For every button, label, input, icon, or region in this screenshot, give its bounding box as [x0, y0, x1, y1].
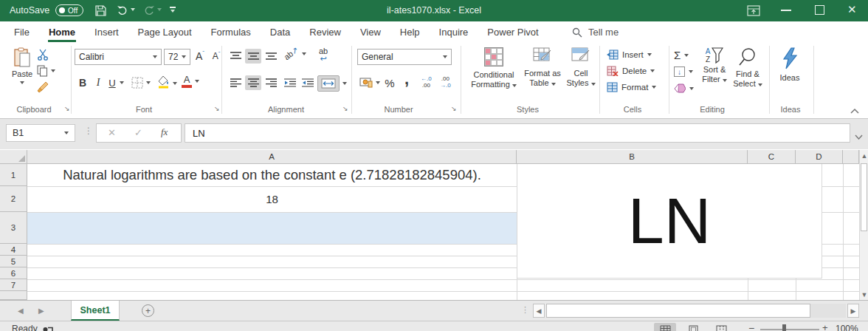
col-header-a[interactable]: A	[27, 150, 517, 164]
tab-help[interactable]: Help	[390, 21, 430, 43]
fill-button[interactable]: ↓	[674, 66, 693, 77]
save-button[interactable]	[94, 4, 107, 20]
cell-a1[interactable]: Natural logarithms are based on the cons…	[27, 164, 517, 186]
hscroll-left-button[interactable]: ◀	[533, 304, 545, 318]
font-color-button[interactable]: A	[182, 75, 199, 88]
view-page-layout-button[interactable]	[682, 323, 704, 331]
number-format-combo[interactable]: General	[357, 49, 452, 65]
row-header-7[interactable]: 7	[0, 279, 27, 291]
orientation-button[interactable]: ab↗	[283, 49, 306, 58]
cell-a3-fill[interactable]	[27, 212, 517, 244]
insert-cells-button[interactable]: Insert	[607, 50, 652, 60]
percent-style-button[interactable]: %	[382, 75, 397, 90]
wrap-text-button[interactable]: ab↩	[319, 47, 328, 62]
underline-button[interactable]: U	[106, 75, 118, 90]
accounting-format-button[interactable]	[359, 77, 380, 89]
comma-style-button[interactable]: ,	[402, 71, 412, 87]
tab-file[interactable]: File	[4, 21, 39, 43]
cell-b1-merged[interactable]: LN	[517, 164, 822, 279]
copy-button[interactable]	[37, 65, 55, 77]
sheet-nav-left-icon[interactable]: ◀	[18, 307, 24, 315]
col-header-c[interactable]: C	[748, 150, 796, 164]
format-cells-button[interactable]: Format	[607, 82, 656, 92]
formula-input[interactable]: LN	[185, 123, 850, 143]
ideas-button[interactable]: Ideas	[774, 47, 806, 83]
tab-formulas[interactable]: Formulas	[202, 21, 261, 43]
expand-formula-bar-button[interactable]	[855, 129, 863, 143]
row-header-3[interactable]: 3	[0, 212, 27, 244]
insert-function-button[interactable]: fx	[161, 126, 168, 138]
tell-me-box[interactable]: Tell me	[572, 21, 619, 43]
font-size-combo[interactable]: 72	[164, 49, 190, 65]
collapse-ribbon-button[interactable]	[850, 103, 859, 117]
decrease-decimal-button[interactable]: .00→.0	[440, 75, 451, 89]
view-normal-button[interactable]	[654, 323, 676, 331]
col-header-partial[interactable]	[843, 150, 859, 164]
ribbon-display-options-button[interactable]	[747, 4, 760, 20]
zoom-level[interactable]: 100%	[836, 324, 858, 331]
row-header-2[interactable]: 2	[0, 186, 27, 212]
enter-button[interactable]: ✓	[134, 127, 142, 138]
name-box[interactable]: B1	[6, 124, 75, 142]
scroll-down-button[interactable]: ▼	[861, 289, 868, 300]
zoom-out-button[interactable]: −	[748, 322, 754, 331]
tab-power-pivot[interactable]: Power Pivot	[478, 21, 548, 43]
select-all-corner[interactable]	[0, 150, 27, 164]
autosum-button[interactable]: Σ	[674, 49, 689, 61]
cell-styles-button[interactable]: Cell Styles	[564, 47, 598, 88]
row-header-partial[interactable]	[0, 291, 27, 300]
vertical-scrollbar[interactable]: ▲ ▼	[859, 150, 868, 300]
new-sheet-button[interactable]: +	[142, 304, 154, 317]
zoom-slider-track[interactable]	[760, 329, 819, 330]
number-dialog-launcher[interactable]: ↘	[451, 105, 457, 112]
tab-view[interactable]: View	[351, 21, 390, 43]
merge-center-button[interactable]	[317, 75, 340, 92]
cut-button[interactable]	[37, 49, 49, 64]
bold-button[interactable]: B	[77, 75, 89, 90]
tab-page-layout[interactable]: Page Layout	[128, 21, 202, 43]
sheet-grid[interactable]: LN Natural logarithms are based on the c…	[27, 164, 859, 300]
customize-quick-access-button[interactable]	[170, 7, 176, 13]
horizontal-scroll-track[interactable]	[546, 304, 846, 318]
tab-inquire[interactable]: Inquire	[430, 21, 478, 43]
conditional-formatting-button[interactable]: Conditional Formatting	[468, 47, 520, 89]
delete-cells-button[interactable]: Delete	[607, 66, 655, 76]
zoom-slider-thumb[interactable]	[782, 324, 786, 331]
format-painter-button[interactable]	[37, 81, 49, 96]
center-button[interactable]	[245, 75, 261, 90]
bottom-align-button[interactable]	[263, 49, 279, 64]
autosave-toggle[interactable]: Off	[55, 4, 83, 16]
close-button[interactable]: ✕	[847, 3, 857, 16]
borders-button[interactable]	[131, 77, 151, 89]
row-header-5[interactable]: 5	[0, 256, 27, 267]
tab-home[interactable]: Home	[39, 21, 85, 43]
tab-review[interactable]: Review	[300, 21, 351, 43]
tab-insert[interactable]: Insert	[85, 21, 128, 43]
align-left-button[interactable]	[227, 75, 244, 90]
tab-scroll-split-handle[interactable]: ⋮	[521, 305, 529, 315]
horizontal-scroll-thumb[interactable]	[546, 304, 810, 318]
sheet-tab-sheet1[interactable]: Sheet1	[71, 301, 120, 321]
undo-button[interactable]	[117, 4, 135, 16]
increase-indent-button[interactable]	[300, 75, 316, 90]
fill-color-button[interactable]	[158, 75, 177, 92]
increase-decimal-button[interactable]: ←.0.00	[421, 75, 432, 89]
sheet-nav-right-icon[interactable]: ▶	[38, 307, 44, 315]
format-as-table-button[interactable]: Format as Table	[521, 47, 564, 88]
name-box-resize-handle[interactable]: ⋮	[84, 126, 93, 136]
middle-align-button[interactable]	[245, 49, 261, 64]
clear-button[interactable]	[674, 83, 694, 93]
col-header-d[interactable]: D	[796, 150, 843, 164]
alignment-dialog-launcher[interactable]: ↘	[342, 105, 348, 112]
italic-button[interactable]: I	[93, 75, 103, 90]
minimize-button[interactable]	[781, 10, 791, 11]
row-header-6[interactable]: 6	[0, 267, 27, 279]
scroll-up-button[interactable]: ▲	[861, 150, 868, 161]
tab-data[interactable]: Data	[261, 21, 300, 43]
maximize-button[interactable]	[815, 5, 824, 15]
zoom-in-button[interactable]: +	[822, 322, 828, 331]
decrease-indent-button[interactable]	[282, 75, 298, 90]
clipboard-dialog-launcher[interactable]: ↘	[64, 105, 70, 112]
cell-a2[interactable]: 18	[27, 186, 517, 212]
find-select-button[interactable]: Find & Select	[731, 47, 765, 89]
